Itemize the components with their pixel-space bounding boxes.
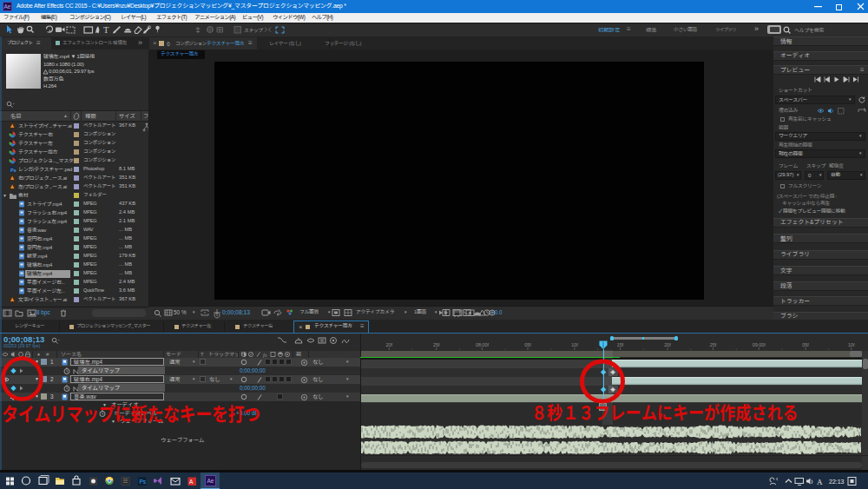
- svg-text:A: A: [817, 478, 823, 486]
- svg-text:22:13: 22:13: [829, 479, 845, 485]
